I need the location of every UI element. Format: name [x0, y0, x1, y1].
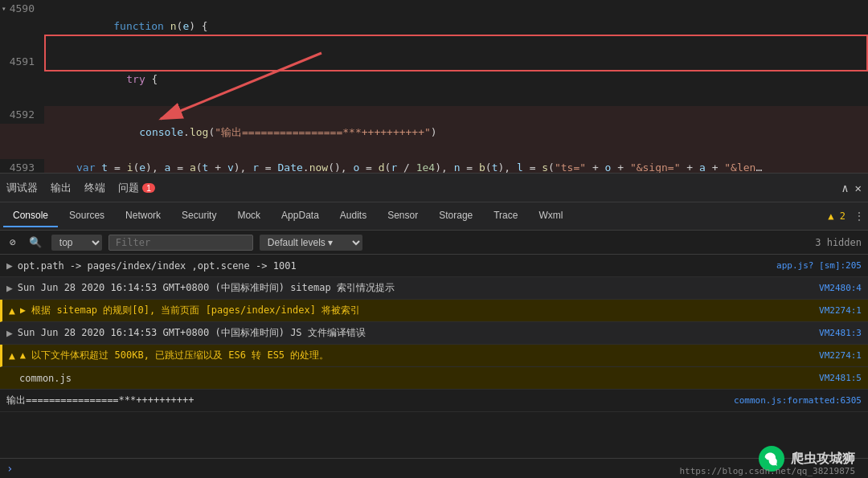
console-message-7: 输出================***++++++++++ common.j…	[0, 390, 868, 412]
message-source[interactable]: VM2480:4	[819, 283, 862, 293]
message-text: 输出================***++++++++++	[6, 394, 727, 407]
message-source[interactable]: VM2481:5	[819, 373, 862, 383]
message-source[interactable]: VM2274:1	[819, 305, 862, 316]
message-text: opt.path -> pages/index/index ,opt.scene…	[18, 260, 770, 272]
more-options-icon[interactable]: ⋮	[854, 210, 865, 223]
warning-count: ▲ 2	[828, 210, 845, 222]
tab-wxml[interactable]: Wxml	[529, 205, 572, 227]
line-content: try {	[44, 53, 868, 106]
tab-trace[interactable]: Trace	[484, 205, 527, 227]
message-source[interactable]: app.js? [sm]:205	[776, 260, 862, 271]
warning-icon: ▲	[9, 304, 15, 317]
console-message-2: ▶ Sun Jun 28 2020 16:14:53 GMT+0800 (中国标…	[0, 277, 868, 300]
code-editor: ▾ 4590 function n(e) { 4591 try { 4592 c…	[0, 0, 868, 173]
close-icon[interactable]: ✕	[855, 182, 862, 194]
message-source[interactable]: VM2274:1	[819, 350, 862, 361]
warning-icon: ▲	[9, 349, 15, 362]
toolbar-output[interactable]: 输出	[51, 181, 72, 195]
tab-appdata[interactable]: AppData	[272, 205, 329, 227]
message-text: common.js	[19, 373, 813, 384]
message-source[interactable]: VM2481:3	[819, 328, 862, 338]
console-message-6: common.js VM2481:5	[0, 367, 868, 390]
line-number: 4592	[0, 106, 44, 124]
toolbar-terminal[interactable]: 终端	[84, 181, 105, 195]
code-lines: ▾ 4590 function n(e) { 4591 try { 4592 c…	[0, 0, 868, 173]
toolbar-issues[interactable]: 问题 1	[118, 181, 155, 195]
filter-icon[interactable]: 🔍	[26, 235, 45, 250]
console-controls: ⊘ 🔍 top Default levels ▾ Verbose Info Wa…	[0, 231, 868, 255]
line-number: 4593	[0, 159, 44, 173]
toolbar-debugger[interactable]: 调试器	[6, 181, 38, 195]
message-source[interactable]: common.js:formatted:6305	[734, 395, 862, 406]
message-text: ▶ 根据 sitemap 的规则[0], 当前页面 [pages/index/i…	[20, 304, 813, 317]
code-line-4593: 4593 var t = i(e), a = a(t + v), r = Dat…	[0, 159, 868, 173]
console-message-5: ▲ ▲ 以下文件体积超过 500KB, 已跳过压缩以及 ES6 转 ES5 的处…	[0, 345, 868, 367]
watermark-label: 爬虫攻城狮	[791, 451, 855, 468]
message-text: Sun Jun 28 2020 16:14:53 GMT+0800 (中国标准时…	[18, 326, 813, 340]
message-text: Sun Jun 28 2020 16:14:53 GMT+0800 (中国标准时…	[18, 281, 813, 295]
filter-input[interactable]	[108, 235, 253, 251]
console-message-4: ▶ Sun Jun 28 2020 16:14:53 GMT+0800 (中国标…	[0, 322, 868, 345]
line-number: ▾ 4590	[0, 0, 44, 18]
chevron-up-icon[interactable]: ∧	[841, 182, 848, 194]
tab-sources[interactable]: Sources	[59, 205, 114, 227]
fold-arrow[interactable]: ▾	[2, 0, 6, 18]
code-line-4591: 4591 try {	[0, 53, 868, 106]
line-content: var t = i(e), a = a(t + v), r = Date.now…	[44, 159, 768, 173]
line-number: 4591	[0, 53, 44, 71]
tab-console[interactable]: Console	[3, 205, 58, 227]
context-select[interactable]: top	[51, 235, 102, 251]
console-message-3: ▲ ▶ 根据 sitemap 的规则[0], 当前页面 [pages/index…	[0, 300, 868, 322]
expand-icon[interactable]: ▶	[6, 282, 13, 294]
hidden-count: 3 hidden	[815, 237, 862, 248]
line-content: function n(e) {	[44, 0, 868, 53]
devtools-tabs: Console Sources Network Security Mock Ap…	[0, 202, 868, 231]
tab-sensor[interactable]: Sensor	[378, 205, 428, 227]
expand-icon[interactable]: ▶	[6, 327, 13, 339]
tab-audits[interactable]: Audits	[330, 205, 376, 227]
issues-badge: 1	[142, 183, 155, 193]
clear-console-button[interactable]: ⊘	[6, 235, 19, 250]
tab-security[interactable]: Security	[172, 205, 226, 227]
console-message-1: ▶ opt.path -> pages/index/index ,opt.sce…	[0, 255, 868, 277]
toolbar-icons: ∧ ✕	[841, 182, 862, 194]
level-select[interactable]: Default levels ▾ Verbose Info Warnings E…	[260, 235, 362, 251]
tab-storage[interactable]: Storage	[429, 205, 482, 227]
tab-mock[interactable]: Mock	[227, 205, 270, 227]
code-line-4592: 4592 console.log("输出================***+…	[0, 106, 868, 159]
line-content: console.log("输出================***++++++…	[44, 106, 868, 159]
devtools-panel: 调试器 输出 终端 问题 1 ∧ ✕ Console Sources Netwo…	[0, 173, 868, 478]
devtools-toolbar: 调试器 输出 终端 问题 1 ∧ ✕	[0, 174, 868, 202]
footer-url: https://blog.csdn.net/qq_38219875	[679, 466, 855, 476]
message-text: ▲ 以下文件体积超过 500KB, 已跳过压缩以及 ES6 转 ES5 的处理。	[20, 349, 813, 362]
console-prompt-icon: ›	[6, 462, 13, 475]
expand-icon[interactable]: ▶	[6, 259, 13, 272]
code-line-4590: ▾ 4590 function n(e) {	[0, 0, 868, 53]
tab-network[interactable]: Network	[116, 205, 170, 227]
console-messages[interactable]: ▶ opt.path -> pages/index/index ,opt.sce…	[0, 255, 868, 458]
